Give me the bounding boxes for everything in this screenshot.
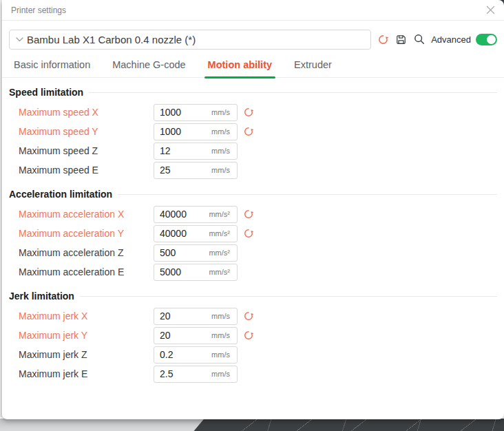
- printer-settings-dialog: Printer settings Bambu Lab X1 Carbon 0.4…: [2, 0, 504, 419]
- tab-motion-ability[interactable]: Motion ability: [208, 59, 272, 77]
- unit-label: mm/s: [211, 350, 230, 359]
- setting-label: Maximum acceleration X: [19, 209, 154, 220]
- section-jerk-limitation: Jerk limitationMaximum jerk Xmm/sMaximum…: [9, 286, 497, 383]
- window-edge: [1, 0, 1, 417]
- reset-icon[interactable]: [243, 228, 254, 239]
- reset-icon[interactable]: [243, 330, 254, 341]
- unit-label: mm/s²: [209, 210, 230, 218]
- value-input-box: mm/s: [154, 104, 238, 121]
- reset-icon[interactable]: [243, 209, 254, 220]
- unit-label: mm/s: [211, 127, 230, 136]
- value-input[interactable]: [154, 145, 211, 156]
- value-input-box: mm/s: [154, 143, 238, 160]
- app-background: [0, 419, 504, 431]
- preset-name: Bambu Lab X1 Carbon 0.4 nozzle (*): [27, 34, 196, 45]
- value-input[interactable]: [154, 247, 209, 258]
- value-input-box: mm/s²: [154, 244, 238, 262]
- value-input-box: mm/s: [154, 327, 238, 344]
- section-divider: [80, 296, 497, 297]
- section-speed-limitation: Speed limitationMaximum speed Xmm/sMaxim…: [9, 82, 497, 180]
- unit-label: mm/s²: [209, 268, 230, 276]
- value-input-box: mm/s²: [154, 206, 238, 223]
- setting-label: Maximum jerk E: [19, 368, 154, 379]
- value-input[interactable]: [154, 368, 211, 379]
- value-input[interactable]: [154, 209, 209, 220]
- chevron-down-icon: [16, 37, 23, 42]
- unit-label: mm/s: [211, 147, 230, 155]
- setting-row-maximum-acceleration-y: Maximum acceleration Ymm/s²: [9, 224, 497, 243]
- setting-row-maximum-jerk-x: Maximum jerk Xmm/s: [9, 306, 497, 326]
- unit-label: mm/s: [211, 108, 230, 116]
- section-header: Speed limitation: [9, 82, 497, 103]
- value-input-box: mm/s: [154, 366, 238, 383]
- section-title: Speed limitation: [9, 87, 83, 98]
- setting-label: Maximum acceleration Z: [19, 247, 154, 258]
- setting-row-maximum-speed-y: Maximum speed Ymm/s: [9, 122, 497, 141]
- setting-label: Maximum speed Y: [19, 126, 154, 137]
- setting-label: Maximum jerk Z: [19, 349, 154, 360]
- advanced-toggle[interactable]: [476, 34, 497, 45]
- section-header: Acceleration limitation: [9, 184, 497, 204]
- unit-label: mm/s: [211, 331, 230, 339]
- value-input[interactable]: [154, 349, 211, 360]
- value-input-box: mm/s: [154, 346, 238, 364]
- value-input[interactable]: [154, 330, 211, 341]
- search-icon[interactable]: [413, 33, 426, 45]
- setting-row-maximum-speed-e: Maximum speed Emm/s: [9, 160, 497, 180]
- tab-machine-g-code[interactable]: Machine G-code: [112, 59, 185, 77]
- section-title: Jerk limitation: [9, 291, 74, 302]
- advanced-label: Advanced: [431, 34, 471, 45]
- value-input[interactable]: [154, 165, 211, 176]
- setting-row-maximum-jerk-z: Maximum jerk Zmm/s: [9, 345, 497, 364]
- dialog-titlebar: Printer settings: [2, 0, 504, 21]
- reset-preset-icon[interactable]: [377, 33, 389, 45]
- value-input-box: mm/s²: [154, 264, 238, 281]
- settings-content: Speed limitationMaximum speed Xmm/sMaxim…: [2, 78, 504, 383]
- build-plate: [191, 419, 504, 431]
- value-input[interactable]: [154, 107, 211, 118]
- unit-label: mm/s: [211, 370, 230, 378]
- value-input[interactable]: [154, 126, 211, 137]
- save-icon[interactable]: [395, 33, 407, 45]
- preset-toolbar: Bambu Lab X1 Carbon 0.4 nozzle (*) Advan…: [9, 29, 497, 50]
- setting-row-maximum-acceleration-e: Maximum acceleration Emm/s²: [9, 262, 497, 282]
- value-input-box: mm/s: [154, 308, 238, 325]
- section-acceleration-limitation: Acceleration limitationMaximum accelerat…: [9, 184, 497, 282]
- setting-label: Maximum jerk Y: [19, 330, 154, 341]
- setting-row-maximum-acceleration-x: Maximum acceleration Xmm/s²: [9, 204, 497, 224]
- value-input[interactable]: [154, 266, 209, 277]
- value-input-box: mm/s: [154, 123, 238, 140]
- reset-icon[interactable]: [243, 126, 254, 137]
- setting-row-maximum-jerk-y: Maximum jerk Ymm/s: [9, 326, 497, 345]
- setting-label: Maximum speed Z: [19, 145, 154, 156]
- unit-label: mm/s: [211, 166, 230, 174]
- setting-label: Maximum jerk X: [19, 311, 154, 322]
- setting-label: Maximum acceleration E: [19, 266, 154, 277]
- value-input[interactable]: [154, 228, 209, 239]
- setting-row-maximum-jerk-e: Maximum jerk Emm/s: [9, 364, 497, 383]
- dialog-title: Printer settings: [11, 6, 66, 15]
- section-divider: [89, 92, 497, 93]
- setting-label: Maximum acceleration Y: [19, 228, 154, 239]
- close-icon[interactable]: [486, 6, 495, 14]
- value-input-box: mm/s²: [154, 225, 238, 242]
- setting-row-maximum-speed-x: Maximum speed Xmm/s: [9, 103, 497, 122]
- tab-extruder[interactable]: Extruder: [294, 59, 332, 77]
- printer-preset-select[interactable]: Bambu Lab X1 Carbon 0.4 nozzle (*): [9, 30, 371, 50]
- section-header: Jerk limitation: [9, 286, 497, 306]
- unit-label: mm/s: [211, 312, 230, 320]
- value-input-box: mm/s: [154, 162, 238, 179]
- toggle-knob: [487, 35, 496, 44]
- unit-label: mm/s²: [209, 229, 230, 238]
- tab-bar: Basic informationMachine G-codeMotion ab…: [2, 50, 504, 78]
- setting-label: Maximum speed X: [19, 107, 154, 118]
- unit-label: mm/s²: [209, 249, 230, 257]
- setting-label: Maximum speed E: [19, 165, 154, 176]
- section-divider: [118, 194, 497, 195]
- tab-basic-information[interactable]: Basic information: [14, 59, 90, 77]
- value-input[interactable]: [154, 311, 211, 322]
- reset-icon[interactable]: [243, 311, 254, 322]
- reset-icon[interactable]: [243, 107, 254, 118]
- setting-row-maximum-speed-z: Maximum speed Zmm/s: [9, 141, 497, 160]
- setting-row-maximum-acceleration-z: Maximum acceleration Zmm/s²: [9, 243, 497, 262]
